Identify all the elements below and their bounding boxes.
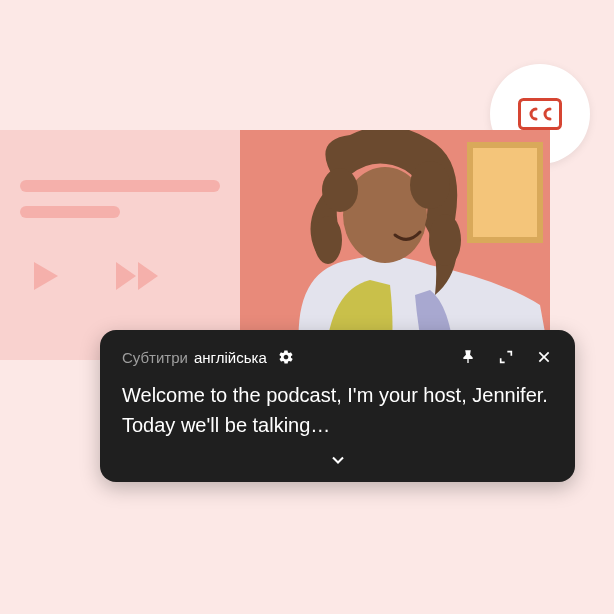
svg-rect-5	[470, 145, 540, 240]
gear-icon[interactable]	[277, 348, 295, 366]
caption-label: Субтитри	[122, 349, 188, 366]
svg-marker-2	[116, 262, 136, 290]
svg-rect-0	[520, 100, 561, 129]
expand-icon[interactable]	[497, 348, 515, 366]
fast-forward-icon[interactable]	[114, 258, 162, 294]
svg-point-10	[314, 216, 342, 264]
cc-icon	[518, 98, 562, 130]
pin-icon[interactable]	[459, 348, 477, 366]
svg-point-7	[322, 168, 358, 212]
caption-text: Welcome to the podcast, I'm your host, J…	[122, 380, 553, 440]
svg-marker-1	[34, 262, 58, 290]
player-panel	[0, 130, 240, 360]
caption-language: англійська	[194, 349, 267, 366]
player-controls	[20, 258, 220, 294]
caption-panel: Субтитри англійська Welcome to the p	[100, 330, 575, 482]
svg-point-8	[410, 161, 450, 209]
chevron-down-icon[interactable]	[122, 446, 553, 474]
video-thumbnail	[240, 130, 550, 360]
caption-header: Субтитри англійська	[122, 348, 553, 366]
play-icon[interactable]	[28, 258, 64, 294]
svg-point-9	[429, 214, 461, 266]
close-icon[interactable]	[535, 348, 553, 366]
svg-marker-3	[138, 262, 158, 290]
placeholder-bar	[20, 180, 220, 192]
placeholder-bar	[20, 206, 120, 218]
